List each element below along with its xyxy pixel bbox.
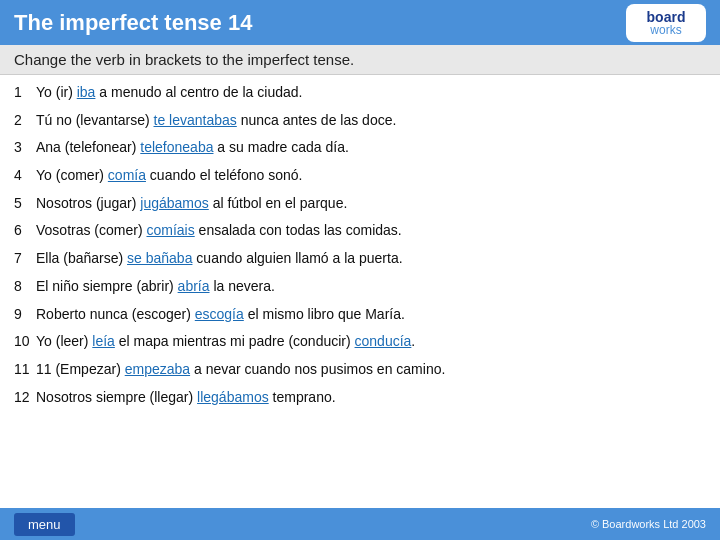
table-row: 1111 (Empezar) empezaba a nevar cuando n… — [14, 356, 706, 384]
page-title: The imperfect tense 14 — [14, 10, 252, 36]
table-row: 3Ana (telefonear) telefoneaba a su madre… — [14, 134, 706, 162]
table-row: 6Vosotras (comer) comíais ensalada con t… — [14, 217, 706, 245]
logo-works-text: works — [650, 24, 681, 36]
row-text: Ana (telefonear) telefoneaba a su madre … — [36, 137, 706, 159]
row-text: Nosotros (jugar) jugábamos al fútbol en … — [36, 193, 706, 215]
row-number: 12 — [14, 387, 36, 409]
copyright-text: © Boardworks Ltd 2003 — [591, 518, 706, 530]
answer-text: te levantabas — [154, 112, 237, 128]
subtitle: Change the verb in brackets to the imper… — [0, 45, 720, 75]
answer-text: se bañaba — [127, 250, 192, 266]
row-text: Yo (ir) iba a menudo al centro de la ciu… — [36, 82, 706, 104]
table-row: 9Roberto nunca (escoger) escogía el mism… — [14, 301, 706, 329]
answer-text: telefoneaba — [140, 139, 213, 155]
row-number: 6 — [14, 220, 36, 242]
row-text: Roberto nunca (escoger) escogía el mismo… — [36, 304, 706, 326]
header: The imperfect tense 14 board works — [0, 0, 720, 45]
row-number: 3 — [14, 137, 36, 159]
row-number: 1 — [14, 82, 36, 104]
table-row: 2Tú no (levantarse) te levantabas nunca … — [14, 107, 706, 135]
row-number: 5 — [14, 193, 36, 215]
answer-text: llegábamos — [197, 389, 269, 405]
row-text: Vosotras (comer) comíais ensalada con to… — [36, 220, 706, 242]
row-number: 11 — [14, 359, 36, 381]
logo-board-text: board — [647, 10, 686, 24]
logo: board works — [626, 4, 706, 42]
row-text: 11 (Empezar) empezaba a nevar cuando nos… — [36, 359, 706, 381]
row-text: El niño siempre (abrir) abría la nevera. — [36, 276, 706, 298]
table-row: 7Ella (bañarse) se bañaba cuando alguien… — [14, 245, 706, 273]
row-text: Nosotros siempre (llegar) llegábamos tem… — [36, 387, 706, 409]
footer: menu © Boardworks Ltd 2003 — [0, 508, 720, 540]
menu-button[interactable]: menu — [14, 513, 75, 536]
row-number: 4 — [14, 165, 36, 187]
row-text: Yo (leer) leía el mapa mientras mi padre… — [36, 331, 706, 353]
table-row: 10Yo (leer) leía el mapa mientras mi pad… — [14, 328, 706, 356]
answer-text: leía — [92, 333, 115, 349]
answer-text: comía — [108, 167, 146, 183]
table-row: 8El niño siempre (abrir) abría la nevera… — [14, 273, 706, 301]
row-text: Tú no (levantarse) te levantabas nunca a… — [36, 110, 706, 132]
table-row: 1Yo (ir) iba a menudo al centro de la ci… — [14, 79, 706, 107]
answer-text: jugábamos — [140, 195, 209, 211]
table-row: 5Nosotros (jugar) jugábamos al fútbol en… — [14, 190, 706, 218]
answer-text: iba — [77, 84, 96, 100]
answer-text: abría — [178, 278, 210, 294]
answer-text: comíais — [146, 222, 194, 238]
row-number: 2 — [14, 110, 36, 132]
row-number: 7 — [14, 248, 36, 270]
answer-text: escogía — [195, 306, 244, 322]
row-number: 10 — [14, 331, 36, 353]
row-number: 9 — [14, 304, 36, 326]
row-number: 8 — [14, 276, 36, 298]
row-text: Ella (bañarse) se bañaba cuando alguien … — [36, 248, 706, 270]
table-row: 4Yo (comer) comía cuando el teléfono son… — [14, 162, 706, 190]
table-row: 12Nosotros siempre (llegar) llegábamos t… — [14, 384, 706, 412]
content: 1Yo (ir) iba a menudo al centro de la ci… — [0, 75, 720, 415]
answer-text: empezaba — [125, 361, 190, 377]
row-text: Yo (comer) comía cuando el teléfono sonó… — [36, 165, 706, 187]
answer-text-2: conducía — [355, 333, 412, 349]
